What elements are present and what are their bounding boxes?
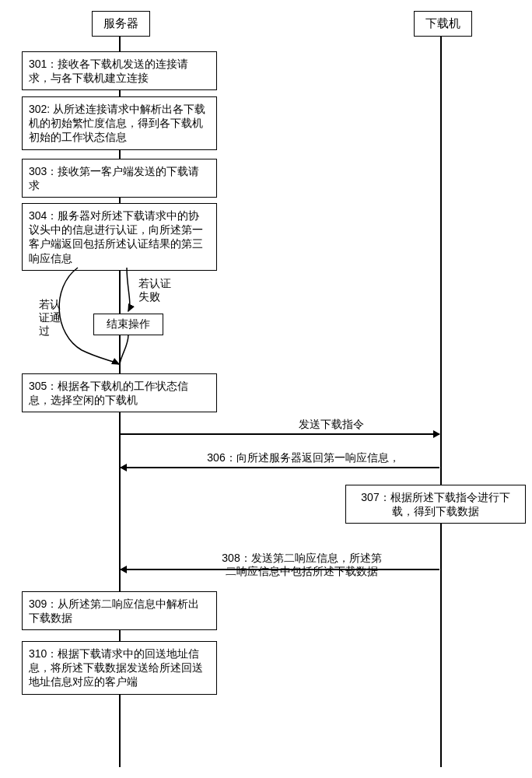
end-operation: 结束操作	[93, 314, 163, 335]
downloader-lifeline	[440, 36, 442, 767]
step-305: 305：根据各下载机的工作状态信息，选择空闲的下载机	[22, 373, 217, 412]
step-307-text: 307：根据所述下载指令进行下载，得到下载数据	[361, 491, 509, 517]
step-305-text: 305：根据各下载机的工作状态信息，选择空闲的下载机	[29, 380, 188, 406]
step-301-text: 301：接收各下载机发送的连接请求，与各下载机建立连接	[29, 58, 188, 84]
arrow-308	[121, 569, 439, 570]
msg-306-text: 306：向所述服务器返回第一响应信息，	[207, 451, 399, 464]
branch-fail: 若认证 失败	[138, 277, 171, 303]
step-310-text: 310：根据下载请求中的回送地址信息，将所述下载数据发送给所述回送地址信息对应的…	[29, 647, 203, 688]
step-309: 309：从所述第二响应信息中解析出下载数据	[22, 591, 217, 630]
end-operation-text: 结束操作	[107, 317, 150, 330]
step-301: 301：接收各下载机发送的连接请求，与各下载机建立连接	[22, 51, 217, 90]
step-304-text: 304：服务器对所述下载请求中的协议头中的信息进行认证，向所述第一客户端返回包括…	[29, 209, 203, 265]
step-303: 303：接收第一客户端发送的下载请求	[22, 159, 217, 198]
step-307: 307：根据所述下载指令进行下载，得到下载数据	[345, 485, 526, 524]
downloader-label: 下载机	[425, 16, 460, 30]
branch-pass: 若认 证通 过	[39, 298, 61, 337]
msg-send-cmd: 发送下载指令	[230, 418, 432, 432]
step-309-text: 309：从所述第二响应信息中解析出下载数据	[29, 598, 199, 624]
step-304: 304：服务器对所述下载请求中的协议头中的信息进行认证，向所述第一客户端返回包括…	[22, 203, 217, 271]
downloader-participant: 下载机	[414, 11, 472, 37]
arrow-306	[121, 467, 439, 468]
step-302: 302: 从所述连接请求中解析出各下载机的初始繁忙度信息，得到各下载机初始的工作…	[22, 96, 217, 150]
msg-308: 308：发送第二响应信息，所述第 二响应信息中包括所述下载数据	[193, 538, 411, 579]
step-303-text: 303：接收第一客户端发送的下载请求	[29, 165, 199, 191]
server-label: 服务器	[103, 16, 138, 30]
msg-306: 306：向所述服务器返回第一响应信息，	[175, 451, 432, 465]
server-participant: 服务器	[92, 11, 150, 37]
msg-send-cmd-text: 发送下载指令	[299, 418, 364, 430]
step-310: 310：根据下载请求中的回送地址信息，将所述下载数据发送给所述回送地址信息对应的…	[22, 641, 217, 695]
step-302-text: 302: 从所述连接请求中解析出各下载机的初始繁忙度信息，得到各下载机初始的工作…	[29, 103, 205, 143]
arrow-send-cmd	[121, 433, 439, 435]
msg-308-text: 308：发送第二响应信息，所述第 二响应信息中包括所述下载数据	[222, 552, 381, 578]
